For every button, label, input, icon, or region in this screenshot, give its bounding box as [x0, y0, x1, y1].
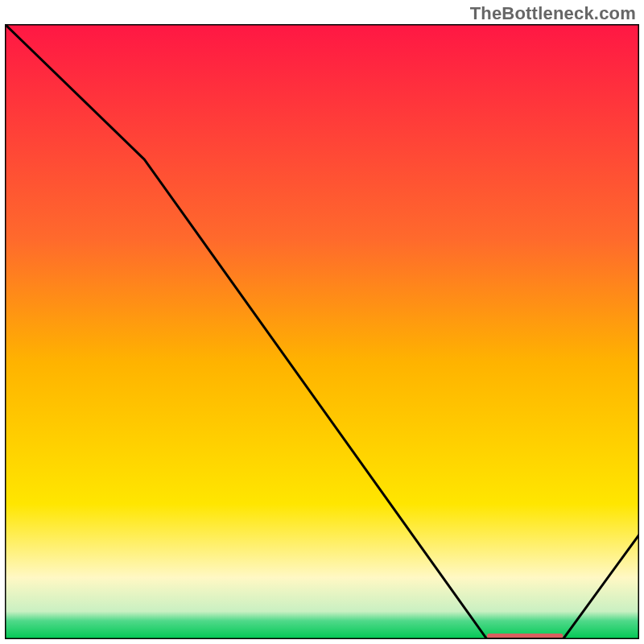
attribution-text: TheBottleneck.com [470, 3, 636, 24]
flat-segment-marker [487, 634, 564, 638]
chart-plot [5, 24, 639, 639]
chart-figure: TheBottleneck.com [0, 0, 644, 644]
